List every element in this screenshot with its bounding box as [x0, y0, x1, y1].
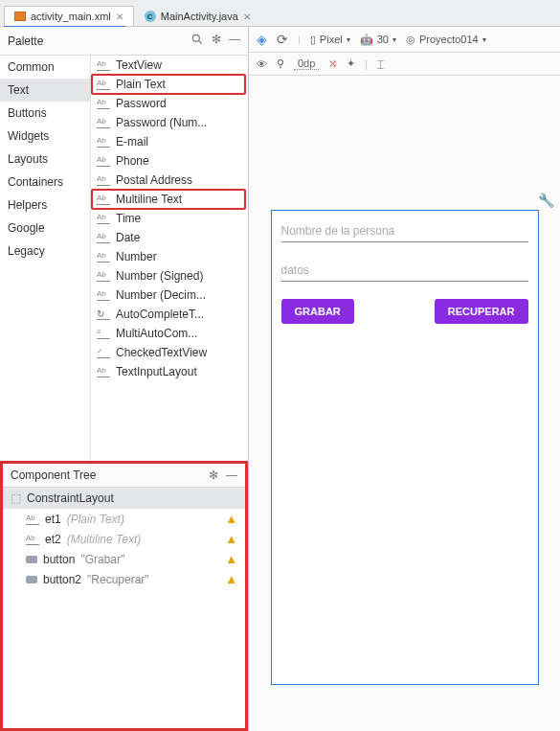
- widget-autocomplete[interactable]: AutoCompleteT...: [91, 305, 248, 324]
- design-surface: ◈ ⟳ | ▯ Pixel ▾ 🤖 30 ▾ ◎ Proyecto014 ▾ 👁…: [249, 27, 560, 731]
- layout-icon: ⬚: [11, 491, 21, 505]
- widget-number-decim[interactable]: AbNumber (Decim...: [91, 286, 248, 305]
- eye-icon[interactable]: 👁: [257, 58, 267, 70]
- warning-icon: ▲: [225, 532, 237, 546]
- file-tabs: activity_main.xml ✕ C MainActivity.java …: [0, 0, 560, 27]
- tab-xml[interactable]: activity_main.xml ✕: [4, 6, 134, 26]
- tab-java[interactable]: C MainActivity.java ✕: [134, 6, 261, 26]
- tree-item-et1[interactable]: Ab et1 (Plain Text) ▲: [3, 509, 245, 529]
- design-toolbar: ◈ ⟳ | ▯ Pixel ▾ 🤖 30 ▾ ◎ Proyecto014 ▾: [249, 27, 560, 53]
- guidelines-icon[interactable]: ⌶: [377, 58, 384, 70]
- component-tree-header: Component Tree ✻ —: [3, 464, 245, 488]
- widget-date[interactable]: AbDate: [91, 228, 248, 247]
- chevron-down-icon: ▾: [392, 35, 396, 44]
- android-icon: 🤖: [360, 34, 373, 46]
- widget-number[interactable]: AbNumber: [91, 247, 248, 266]
- widget-postal[interactable]: AbPostal Address: [91, 171, 248, 190]
- preview-field-datos[interactable]: datos: [281, 260, 528, 282]
- wrench-icon[interactable]: 🔧: [538, 193, 554, 208]
- widget-plaintext[interactable]: AbPlain Text: [91, 74, 246, 95]
- button-icon: [26, 576, 37, 583]
- tab-java-label: MainActivity.java: [161, 11, 238, 22]
- warning-icon: ▲: [225, 572, 237, 586]
- widget-time[interactable]: AbTime: [91, 209, 248, 228]
- category-google[interactable]: Google: [0, 217, 90, 240]
- button-icon: [26, 556, 37, 563]
- phone-icon: ▯: [310, 34, 316, 46]
- widget-textinputlayout[interactable]: AbTextInputLayout: [91, 362, 248, 381]
- device-selector[interactable]: ▯ Pixel ▾: [310, 34, 350, 46]
- palette-header: Palette ✻ —: [0, 27, 248, 56]
- category-list: Common Text Buttons Widgets Layouts Cont…: [0, 56, 91, 461]
- left-panel: Palette ✻ — Common Text Buttons Widgets …: [0, 27, 249, 731]
- svg-point-0: [192, 34, 199, 41]
- close-icon[interactable]: ✕: [243, 11, 251, 22]
- close-icon[interactable]: ✕: [116, 11, 123, 22]
- widget-password[interactable]: AbPassword: [91, 94, 248, 113]
- category-containers[interactable]: Containers: [0, 171, 90, 194]
- category-buttons[interactable]: Buttons: [0, 102, 90, 125]
- widget-number-signed[interactable]: AbNumber (Signed): [91, 266, 248, 286]
- preview-field-nombre[interactable]: Nombre de la persona: [281, 220, 528, 242]
- category-layouts[interactable]: Layouts: [0, 148, 90, 171]
- widget-email[interactable]: AbE-mail: [91, 132, 248, 151]
- component-tree: Component Tree ✻ — ⬚ ConstraintLayout Ab…: [0, 461, 248, 731]
- java-icon: C: [145, 11, 156, 22]
- minimize-icon[interactable]: —: [226, 468, 237, 482]
- chevron-down-icon: ▾: [482, 35, 486, 44]
- widget-password-num[interactable]: AbPassword (Num...: [91, 113, 248, 132]
- component-tree-title: Component Tree: [11, 468, 96, 482]
- chevron-down-icon: ▾: [347, 35, 350, 44]
- api-selector[interactable]: 🤖 30 ▾: [360, 34, 396, 46]
- phone-preview[interactable]: Nombre de la persona datos GRABAR RECUPE…: [271, 210, 539, 685]
- xml-icon: [14, 11, 26, 21]
- clear-constraints-icon[interactable]: ⤭: [328, 57, 337, 70]
- minimize-icon[interactable]: —: [229, 33, 240, 49]
- warning-icon: ▲: [225, 552, 237, 566]
- canvas[interactable]: 🔧 Nombre de la persona datos GRABAR RECU…: [249, 76, 560, 731]
- widget-phone[interactable]: AbPhone: [91, 151, 248, 171]
- orientation-icon[interactable]: ⟳: [277, 32, 288, 47]
- category-text[interactable]: Text: [0, 79, 90, 102]
- palette-title: Palette: [8, 34, 43, 48]
- widget-multiauto[interactable]: ≡MultiAutoCom...: [91, 324, 248, 343]
- theme-icon: ◎: [406, 34, 415, 46]
- gear-icon[interactable]: ✻: [209, 468, 218, 482]
- infer-constraints-icon[interactable]: ✦: [347, 57, 355, 70]
- svg-line-1: [199, 41, 202, 44]
- design-mode-icon[interactable]: ◈: [257, 32, 267, 47]
- search-icon[interactable]: [190, 33, 204, 49]
- widget-textview[interactable]: AbTextView: [91, 56, 248, 75]
- theme-selector[interactable]: ◎ Proyecto014 ▾: [406, 34, 486, 46]
- tree-item-button[interactable]: button "Grabar" ▲: [3, 549, 245, 569]
- tab-xml-label: activity_main.xml: [31, 11, 111, 22]
- default-margins[interactable]: 0dp: [294, 57, 319, 70]
- warning-icon: ▲: [225, 512, 237, 526]
- design-toolbar2: 👁 ⚲ 0dp ⤭ ✦ | ⌶: [249, 53, 560, 76]
- category-helpers[interactable]: Helpers: [0, 194, 90, 217]
- magnet-icon[interactable]: ⚲: [277, 57, 284, 70]
- gear-icon[interactable]: ✻: [212, 33, 221, 49]
- category-widgets[interactable]: Widgets: [0, 125, 90, 148]
- widget-list: AbTextView AbPlain Text AbPassword AbPas…: [91, 56, 248, 461]
- widget-multiline[interactable]: AbMultiline Text: [91, 189, 246, 210]
- category-legacy[interactable]: Legacy: [0, 240, 90, 263]
- widget-checkedtext[interactable]: ✓CheckedTextView: [91, 343, 248, 362]
- preview-button-recuperar[interactable]: RECUPERAR: [435, 299, 528, 324]
- category-common[interactable]: Common: [0, 56, 90, 79]
- tree-item-et2[interactable]: Ab et2 (Multiline Text) ▲: [3, 529, 245, 549]
- preview-button-grabar[interactable]: GRABAR: [281, 299, 354, 324]
- tree-item-button2[interactable]: button2 "Recuperar" ▲: [3, 569, 245, 589]
- tree-root[interactable]: ⬚ ConstraintLayout: [3, 488, 245, 509]
